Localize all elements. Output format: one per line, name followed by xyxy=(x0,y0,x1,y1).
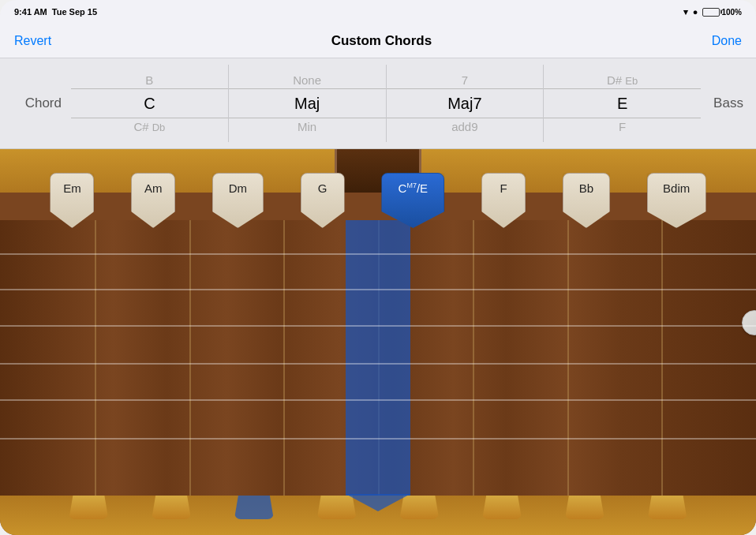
fretboard xyxy=(0,220,756,496)
revert-button[interactable]: Revert xyxy=(14,34,51,48)
bottom-peg-3 xyxy=(234,496,274,519)
bass-label: Bass xyxy=(701,95,756,111)
chord-btn-f-body[interactable]: F xyxy=(481,173,526,228)
wifi-icon: ▾ xyxy=(683,7,688,17)
guitar-string-3 xyxy=(0,325,756,327)
chord-btn-bb[interactable]: Bb xyxy=(563,173,610,228)
chord-label: Chord xyxy=(0,95,71,111)
picker-col-ext[interactable]: 7 Maj7 add9 xyxy=(387,65,545,142)
chord-btn-am[interactable]: Am xyxy=(131,173,175,228)
battery: 100% xyxy=(702,8,742,17)
bottom-peg-2 xyxy=(152,496,191,519)
chord-label-bb: Bb xyxy=(579,181,593,195)
chord-btn-am-body[interactable]: Am xyxy=(131,173,175,228)
fret-line-7 xyxy=(661,220,663,496)
date: Tue Sep 15 xyxy=(52,7,97,17)
chord-btn-g[interactable]: G xyxy=(301,173,345,228)
chord-label-em: Em xyxy=(63,181,81,195)
status-bar: 9:41 AM Tue Sep 15 ▾ ● 100% xyxy=(0,0,756,24)
picker-item-none[interactable]: None xyxy=(229,70,386,90)
chord-btn-cm7e-body[interactable]: CM7/E xyxy=(381,173,444,228)
guitar-string-2 xyxy=(0,289,756,290)
chord-label-cm7e: CM7/E xyxy=(399,181,429,195)
chord-buttons-row: Em Am Dm G CM7/E F xyxy=(0,173,756,228)
chord-btn-dm[interactable]: Dm xyxy=(212,173,264,228)
picker-item-7[interactable]: 7 xyxy=(387,70,544,90)
battery-label: 100% xyxy=(721,8,742,17)
picker-item-c[interactable]: C xyxy=(71,91,228,116)
chord-btn-bdim[interactable]: Bdim xyxy=(647,173,706,228)
bottom-peg-7 xyxy=(565,496,604,519)
status-left: 9:41 AM Tue Sep 15 xyxy=(14,7,97,17)
picker-item-add9[interactable]: add9 xyxy=(387,117,544,137)
picker-col-quality[interactable]: None Maj Min xyxy=(229,65,387,142)
guitar-string-4 xyxy=(0,363,756,365)
chord-btn-f[interactable]: F xyxy=(481,173,526,228)
chord-btn-dm-body[interactable]: Dm xyxy=(212,173,264,228)
nav-title: Custom Chords xyxy=(331,33,432,49)
guitar-string-1 xyxy=(0,253,756,255)
picker-item-dsharp[interactable]: D# Eb xyxy=(544,70,701,90)
chord-label-g: G xyxy=(318,181,327,195)
chord-btn-em[interactable]: Em xyxy=(50,173,94,228)
picker-item-min[interactable]: Min xyxy=(229,117,386,137)
chord-label-f: F xyxy=(500,181,507,195)
chord-btn-g-body[interactable]: G xyxy=(301,173,345,228)
active-fret-highlight xyxy=(346,220,410,496)
chord-label-dm: Dm xyxy=(229,181,247,195)
done-button[interactable]: Done xyxy=(712,34,742,48)
chord-btn-cm7e[interactable]: CM7/E xyxy=(381,173,444,228)
fret-line-5 xyxy=(473,220,474,496)
active-fret-arrow xyxy=(346,494,410,511)
picker-item-b[interactable]: B xyxy=(71,70,228,90)
picker-area: Chord B C C# Db None Maj Min 7 Maj7 add9… xyxy=(0,58,756,149)
picker-item-e[interactable]: E xyxy=(544,91,701,116)
status-right: ▾ ● 100% xyxy=(683,7,742,17)
fret-line-1 xyxy=(95,220,96,496)
nav-bar: Revert Custom Chords Done xyxy=(0,24,756,58)
chord-label-am: Am xyxy=(144,181,163,195)
picker-columns: B C C# Db None Maj Min 7 Maj7 add9 D# Eb… xyxy=(71,65,701,142)
picker-col-bass-note[interactable]: D# Eb E F xyxy=(544,65,701,142)
picker-item-maj7[interactable]: Maj7 xyxy=(387,91,544,116)
chord-btn-em-body[interactable]: Em xyxy=(50,173,94,228)
bottom-peg-1 xyxy=(69,496,108,519)
fretboard-area: Em Am Dm G CM7/E F xyxy=(0,149,756,535)
signal-icon: ● xyxy=(693,7,698,17)
fret-line-6 xyxy=(567,220,569,496)
chord-btn-bdim-body[interactable]: Bdim xyxy=(647,173,706,228)
chord-btn-bb-body[interactable]: Bb xyxy=(563,173,610,228)
picker-item-csharp[interactable]: C# Db xyxy=(71,117,228,137)
bottom-peg-8 xyxy=(648,496,687,519)
picker-item-maj[interactable]: Maj xyxy=(229,91,386,116)
bottom-peg-6 xyxy=(482,496,522,519)
fret-line-3 xyxy=(283,220,285,496)
fret-line-2 xyxy=(189,220,191,496)
guitar-string-6 xyxy=(0,438,756,440)
guitar-string-5 xyxy=(0,399,756,401)
chord-label-bdim: Bdim xyxy=(663,181,690,195)
picker-col-root[interactable]: B C C# Db xyxy=(71,65,229,142)
picker-item-f-bass[interactable]: F xyxy=(544,117,701,137)
time: 9:41 AM xyxy=(14,7,47,17)
